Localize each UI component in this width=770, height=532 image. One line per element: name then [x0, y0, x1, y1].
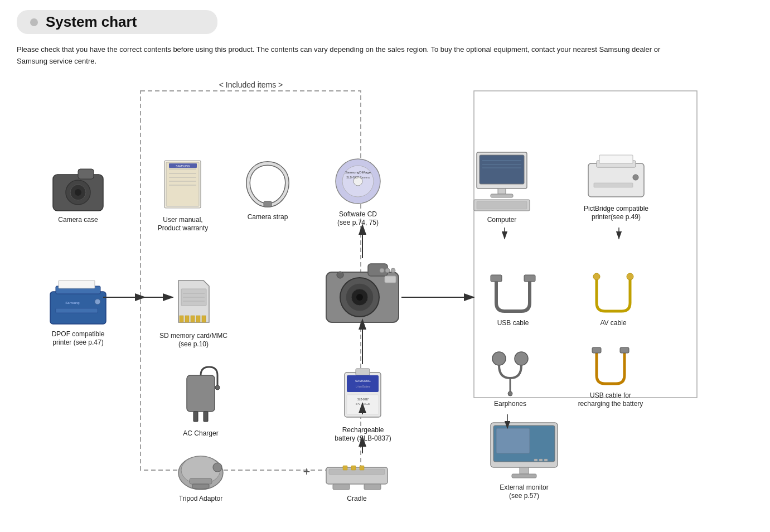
svg-text:Software CD: Software CD: [339, 210, 377, 218]
svg-text:printer (see p.47): printer (see p.47): [52, 338, 103, 346]
svg-text:User manual,: User manual,: [163, 216, 202, 224]
usb-cable-charging-item: USB cable for recharging the battery: [578, 347, 643, 408]
svg-point-71: [391, 268, 395, 273]
computer-item: Computer: [474, 152, 530, 224]
svg-text:Li-ion Battery: Li-ion Battery: [356, 385, 371, 388]
svg-rect-47: [56, 308, 98, 313]
user-manual-item: SAMSUNG User manual, Product warranty: [158, 161, 209, 232]
camera-center-item: [326, 264, 399, 322]
svg-text:Earphones: Earphones: [494, 400, 526, 408]
svg-text:AV cable: AV cable: [600, 319, 626, 327]
svg-point-68: [337, 272, 343, 278]
svg-rect-72: [385, 276, 396, 283]
svg-rect-57: [191, 316, 195, 322]
svg-rect-32: [491, 194, 513, 197]
svg-rect-40: [594, 183, 633, 187]
svg-rect-63: [368, 264, 388, 276]
svg-point-77: [627, 273, 633, 280]
svg-text:External monitor: External monitor: [500, 483, 548, 491]
svg-rect-122: [544, 459, 548, 461]
svg-text:DPOF compatible: DPOF compatible: [52, 330, 105, 338]
svg-rect-31: [498, 188, 506, 194]
svg-point-70: [385, 268, 390, 273]
svg-text:(see p.10): (see p.10): [178, 340, 209, 348]
tripod-adaptor-item: Tripod Adaptor: [178, 456, 223, 502]
svg-text:AC Charger: AC Charger: [183, 429, 218, 437]
svg-text:SAMSUNG: SAMSUNG: [355, 379, 371, 383]
svg-rect-38: [599, 155, 633, 163]
system-chart-diagram: < Included items > Camera case: [17, 80, 753, 532]
svg-rect-73: [491, 275, 502, 282]
ac-charger-item: AC Charger: [183, 367, 220, 437]
svg-text:Product warranty: Product warranty: [158, 224, 209, 232]
svg-rect-114: [333, 484, 350, 490]
svg-text:Camera strap: Camera strap: [248, 213, 288, 221]
svg-rect-124: [512, 474, 536, 478]
svg-rect-74: [524, 275, 535, 282]
svg-rect-56: [185, 316, 189, 322]
svg-rect-55: [180, 316, 183, 322]
svg-text:SLB-0837 Camera: SLB-0837 Camera: [346, 176, 370, 179]
svg-point-82: [508, 391, 512, 396]
svg-rect-111: [343, 466, 347, 470]
svg-rect-112: [351, 466, 356, 470]
svg-text:SLB-0837: SLB-0837: [357, 398, 369, 401]
svg-point-39: [633, 175, 638, 180]
camera-case-item: Camera case: [53, 169, 103, 224]
usb-cable-item: USB cable: [491, 275, 535, 327]
svg-rect-89: [193, 412, 198, 422]
svg-text:(see p.57): (see p.57): [509, 492, 539, 500]
svg-point-67: [356, 294, 363, 301]
header-bar: System chart: [17, 10, 217, 34]
svg-rect-58: [196, 316, 200, 322]
included-label: < Included items >: [219, 80, 283, 89]
svg-rect-88: [187, 375, 215, 412]
svg-text:Cradle: Cradle: [347, 495, 367, 502]
header-dot: [30, 18, 38, 26]
svg-rect-113: [360, 466, 364, 470]
svg-rect-27: [480, 155, 524, 184]
svg-point-4: [75, 189, 81, 196]
svg-text:USB cable: USB cable: [497, 319, 529, 327]
svg-text:Camera case: Camera case: [58, 216, 98, 224]
svg-rect-123: [520, 467, 529, 474]
svg-point-69: [380, 268, 384, 273]
svg-text:SAMSUNG: SAMSUNG: [176, 165, 190, 168]
svg-rect-1: [78, 169, 94, 179]
svg-rect-34: [477, 201, 527, 209]
earphones-item: Earphones: [492, 352, 528, 408]
pictbridge-printer-item: PictBridge compatible printer(see p.49): [584, 155, 648, 221]
svg-rect-59: [202, 316, 206, 322]
svg-rect-90: [204, 412, 208, 422]
svg-text:USB cable for: USB cable for: [590, 391, 631, 399]
svg-rect-110: [329, 469, 385, 475]
svg-rect-95: [347, 375, 379, 392]
svg-rect-43: [50, 292, 106, 324]
page-title: System chart: [46, 13, 137, 31]
svg-point-107: [213, 463, 222, 472]
intro-text: Please check that you have the correct c…: [17, 44, 686, 67]
svg-rect-120: [534, 459, 537, 461]
svg-rect-115: [364, 484, 381, 490]
svg-point-79: [492, 352, 506, 365]
dpof-printer-item: Samsung DPOF compatible printer (see p.4…: [50, 280, 106, 346]
svg-text:Computer: Computer: [487, 216, 517, 224]
svg-text:(see p.74, 75): (see p.74, 75): [337, 219, 379, 226]
svg-text:printer(see p.49): printer(see p.49): [592, 213, 641, 221]
av-cable-item: AV cable: [593, 273, 633, 327]
svg-text:+: +: [303, 465, 311, 478]
svg-text:Tripod Adaptor: Tripod Adaptor: [179, 495, 222, 502]
svg-text:SamsungDiMage: SamsungDiMage: [345, 171, 371, 174]
svg-rect-17: [264, 201, 272, 207]
external-monitor-item: External monitor (see p.57): [491, 423, 558, 500]
cradle-item: Cradle: [326, 466, 388, 502]
svg-rect-121: [539, 459, 543, 461]
svg-point-91: [215, 385, 220, 390]
svg-point-76: [593, 273, 600, 280]
svg-rect-94: [356, 369, 370, 375]
svg-text:recharging the battery: recharging the battery: [578, 400, 643, 408]
svg-point-80: [515, 352, 528, 365]
svg-text:PictBridge compatible: PictBridge compatible: [584, 205, 648, 212]
svg-text:Samsung: Samsung: [65, 301, 79, 304]
software-cd-item: SamsungDiMage SLB-0837 Camera Software C…: [336, 159, 380, 226]
